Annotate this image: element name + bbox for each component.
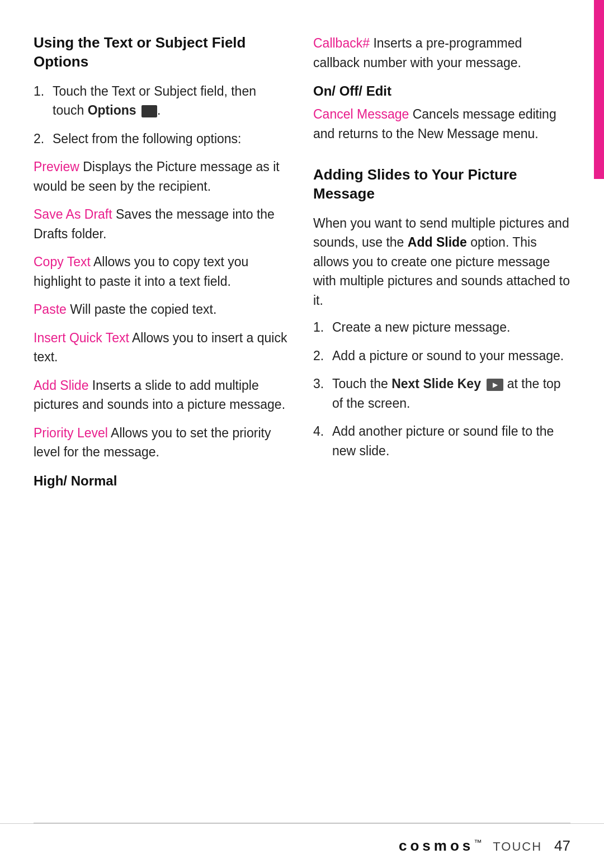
options-bold: Options [88,103,136,117]
slide-step-2: 2. Add a picture or sound to your messag… [313,346,570,366]
footer: cosmos™ TOUCH 47 [0,823,604,868]
slides-intro-text: When you want to send multiple pictures … [313,214,570,310]
step-1: 1. Touch the Text or Subject field, then… [34,82,291,120]
slides-section-heading: Adding Slides to Your Picture Message [313,166,570,204]
trademark-symbol: ™ [474,838,485,847]
brand-name: cosmos™ [399,837,485,855]
cancel-message-term: Cancel Message [313,107,409,121]
option-callback: Callback# Inserts a pre-programmed callb… [313,34,570,72]
high-normal-label: High/ Normal [34,473,291,489]
slide-step-4-number: 4. [313,422,329,460]
option-cancel-message: Cancel Message Cancels message editing a… [313,105,570,143]
priority-level-term: Priority Level [34,426,108,440]
option-copy-text: Copy Text Allows you to copy text you hi… [34,252,291,291]
slide-step-3-number: 3. [313,374,329,413]
left-column: Using the Text or Subject Field Options … [34,34,291,812]
copy-text-term: Copy Text [34,254,91,269]
slide-step-4-text: Add another picture or sound file to the… [332,422,570,460]
paste-term: Paste [34,302,67,317]
paste-desc: Will paste the copied text. [70,302,216,317]
slide-step-2-text: Add a picture or sound to your message. [332,346,570,366]
preview-term: Preview [34,159,79,174]
next-slide-icon [487,379,503,391]
slide-step-3: 3. Touch the Next Slide Key at the top o… [313,374,570,413]
option-insert-quick-text: Insert Quick Text Allows you to insert a… [34,328,291,367]
option-preview: Preview Displays the Picture message as … [34,157,291,196]
right-column: Callback# Inserts a pre-programmed callb… [313,34,570,812]
option-add-slide: Add Slide Inserts a slide to add multipl… [34,376,291,414]
on-off-edit-label: On/ Off/ Edit [313,83,570,99]
main-content: Using the Text or Subject Field Options … [34,34,570,812]
step-2-text: Select from the following options: [53,129,291,149]
slide-step-1-number: 1. [313,318,329,337]
step-2-number: 2. [34,129,49,149]
insert-quick-text-term: Insert Quick Text [34,331,129,345]
option-priority-level: Priority Level Allows you to set the pri… [34,423,291,462]
touch-label: TOUCH [493,839,542,854]
slide-step-3-text: Touch the Next Slide Key at the top of t… [332,374,570,413]
accent-bar [594,0,604,179]
step-1-number: 1. [34,82,49,120]
next-slide-key-bold: Next Slide Key [391,376,481,391]
option-save-as-draft: Save As Draft Saves the message into the… [34,205,291,243]
page: Using the Text or Subject Field Options … [0,0,604,868]
step-2: 2. Select from the following options: [34,129,291,149]
callback-term: Callback# [313,36,370,50]
add-slide-term: Add Slide [34,378,88,393]
add-slide-bold: Add Slide [408,235,467,249]
slide-step-1-text: Create a new picture message. [332,318,570,337]
footer-logo: cosmos™ TOUCH 47 [399,837,570,855]
option-paste: Paste Will paste the copied text. [34,300,291,319]
save-draft-term: Save As Draft [34,207,112,221]
slide-step-4: 4. Add another picture or sound file to … [313,422,570,460]
page-number: 47 [554,837,570,855]
slide-step-2-number: 2. [313,346,329,366]
step-1-text: Touch the Text or Subject field, then to… [53,82,291,120]
options-icon [141,105,157,117]
left-section-heading: Using the Text or Subject Field Options [34,34,291,72]
slide-step-1: 1. Create a new picture message. [313,318,570,337]
